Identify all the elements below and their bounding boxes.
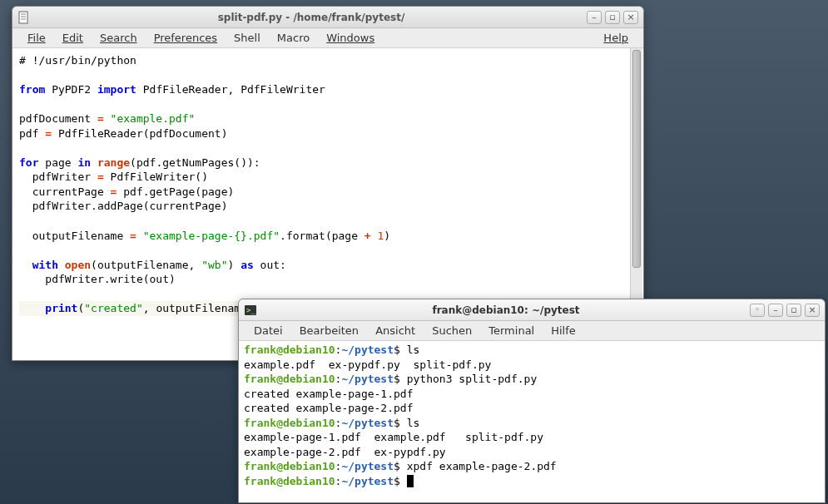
scrollbar-thumb[interactable] <box>632 50 641 268</box>
menu-windows[interactable]: Windows <box>318 29 383 47</box>
menu-ansicht[interactable]: Ansicht <box>367 322 424 339</box>
editor-window-controls: – ▫ × <box>587 11 638 24</box>
close-button[interactable]: × <box>623 11 638 24</box>
svg-text:>_: >_ <box>246 306 255 314</box>
editor-menubar: File Edit Search Preferences Shell Macro… <box>12 28 643 48</box>
close-button[interactable]: × <box>805 304 820 317</box>
terminal-cursor <box>407 475 414 487</box>
editor-titlebar[interactable]: split-pdf.py - /home/frank/pytest/ – ▫ × <box>12 7 643 28</box>
terminal-app-icon: >_ <box>244 304 257 317</box>
minimize-button[interactable]: – <box>587 11 602 24</box>
editor-title: split-pdf.py - /home/frank/pytest/ <box>36 12 587 23</box>
menu-edit[interactable]: Edit <box>54 29 92 47</box>
terminal-body[interactable]: frank@debian10:~/pytest$ ls example.pdf … <box>239 341 825 502</box>
maximize-button[interactable]: ▫ <box>605 11 620 24</box>
terminal-window-controls: ◦ – ▫ × <box>750 304 820 317</box>
terminal-window: >_ frank@debian10: ~/pytest ◦ – ▫ × Date… <box>238 299 826 503</box>
menu-search[interactable]: Search <box>92 29 146 47</box>
editor-app-icon <box>17 11 31 24</box>
minimize-button[interactable]: – <box>768 304 783 317</box>
terminal-menubar: Datei Bearbeiten Ansicht Suchen Terminal… <box>239 321 825 341</box>
sticky-button[interactable]: ◦ <box>750 304 765 317</box>
menu-terminal[interactable]: Terminal <box>480 322 543 339</box>
menu-datei[interactable]: Datei <box>245 322 291 339</box>
menu-macro[interactable]: Macro <box>269 29 318 47</box>
terminal-title: frank@debian10: ~/pytest <box>262 304 750 316</box>
menu-shell[interactable]: Shell <box>226 29 269 47</box>
menu-preferences[interactable]: Preferences <box>146 29 226 47</box>
menu-bearbeiten[interactable]: Bearbeiten <box>291 322 367 339</box>
maximize-button[interactable]: ▫ <box>786 304 801 317</box>
menu-hilfe[interactable]: Hilfe <box>543 322 584 339</box>
menu-file[interactable]: File <box>19 29 54 47</box>
svg-rect-0 <box>19 12 27 23</box>
terminal-titlebar[interactable]: >_ frank@debian10: ~/pytest ◦ – ▫ × <box>239 299 825 321</box>
menu-suchen[interactable]: Suchen <box>424 322 480 339</box>
menu-help[interactable]: Help <box>595 29 637 47</box>
